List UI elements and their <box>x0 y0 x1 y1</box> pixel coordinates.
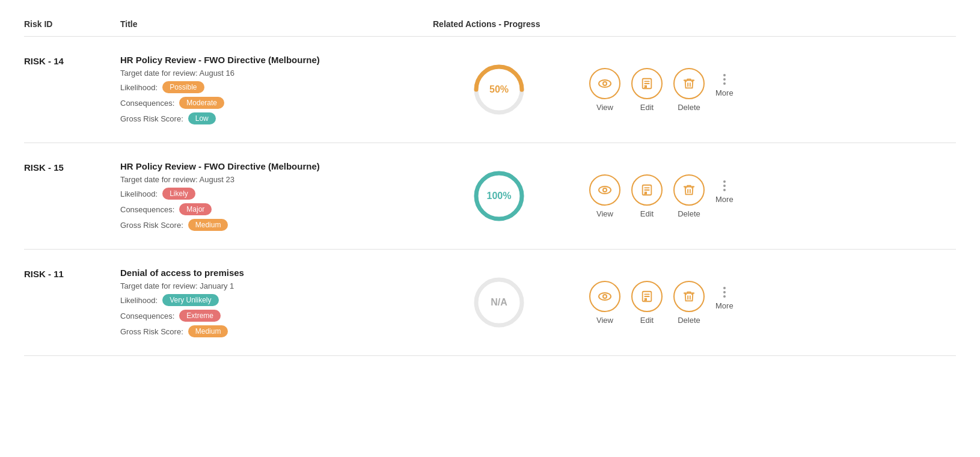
edit-label: Edit <box>640 209 654 218</box>
table-row: RISK - 11 Denial of access to premises T… <box>24 250 956 356</box>
risk-title: Denial of access to premises <box>120 268 433 278</box>
circle-progress: 100% <box>472 169 526 223</box>
gross-label: Gross Risk Score: <box>120 114 183 123</box>
svg-point-3 <box>603 82 607 85</box>
progress-text: N/A <box>491 297 507 308</box>
risk-details: HR Policy Review - FWO Directive (Melbou… <box>120 55 433 124</box>
likelihood-badge: Very Unlikely <box>162 294 218 306</box>
progress-text: 50% <box>489 84 509 95</box>
likelihood-label: Likelihood: <box>120 189 158 198</box>
risk-id: RISK - 15 <box>24 161 120 173</box>
consequences-label: Consequences: <box>120 99 174 108</box>
svg-point-11 <box>599 186 611 194</box>
progress-cell: 100% <box>433 169 565 223</box>
risk-consequences-row: Consequences: Moderate <box>120 97 433 109</box>
risk-table-container: Risk ID Title Related Actions - Progress… <box>0 0 980 457</box>
col-title: Title <box>120 19 433 29</box>
delete-button[interactable]: Delete <box>673 174 705 218</box>
svg-point-12 <box>603 188 607 192</box>
risk-likelihood-row: Likelihood: Very Unlikely <box>120 294 433 306</box>
delete-label: Delete <box>678 209 700 218</box>
gross-badge: Medium <box>188 219 228 231</box>
delete-button[interactable]: Delete <box>673 68 705 112</box>
likelihood-label: Likelihood: <box>120 296 158 305</box>
more-button[interactable]: More <box>715 174 733 218</box>
consequences-label: Consequences: <box>120 311 174 321</box>
view-button[interactable]: View <box>589 281 620 325</box>
svg-point-2 <box>599 80 611 87</box>
risk-gross-row: Gross Risk Score: Medium <box>120 219 433 231</box>
svg-point-20 <box>603 295 607 298</box>
more-label: More <box>715 88 733 97</box>
likelihood-badge: Likely <box>162 188 195 200</box>
edit-label: Edit <box>640 316 654 325</box>
delete-icon <box>682 183 696 197</box>
more-label: More <box>715 301 733 310</box>
risk-target-date: Target date for review: August 16 <box>120 69 433 78</box>
consequences-badge: Moderate <box>179 97 224 109</box>
risk-likelihood-row: Likelihood: Likely <box>120 188 433 200</box>
more-button[interactable]: More <box>715 68 733 112</box>
risk-title: HR Policy Review - FWO Directive (Melbou… <box>120 55 433 65</box>
edit-icon <box>640 290 654 303</box>
delete-icon-circle <box>673 68 705 99</box>
view-label: View <box>596 316 613 325</box>
progress-cell: N/A <box>433 275 565 330</box>
edit-label: Edit <box>640 103 654 112</box>
consequences-badge: Major <box>179 203 212 215</box>
eye-icon <box>598 183 612 197</box>
edit-button[interactable]: Edit <box>631 281 663 325</box>
delete-icon-circle <box>673 174 705 206</box>
delete-icon <box>682 77 696 90</box>
edit-icon <box>640 183 654 197</box>
more-button[interactable]: More <box>715 281 733 325</box>
edit-button[interactable]: Edit <box>631 174 663 218</box>
col-risk-id: Risk ID <box>24 19 120 29</box>
delete-button[interactable]: Delete <box>673 281 705 325</box>
edit-icon-circle <box>631 281 663 312</box>
risk-id: RISK - 14 <box>24 55 120 66</box>
edit-button[interactable]: Edit <box>631 68 663 112</box>
gross-label: Gross Risk Score: <box>120 327 183 336</box>
eye-icon <box>598 289 612 304</box>
table-row: RISK - 14 HR Policy Review - FWO Directi… <box>24 37 956 143</box>
circle-progress: 50% <box>472 63 526 117</box>
more-label: More <box>715 195 733 204</box>
eye-icon <box>598 76 612 91</box>
gross-badge: Low <box>188 112 216 124</box>
more-dots-icon <box>723 174 726 191</box>
circle-progress: N/A <box>472 275 526 330</box>
actions-cell: View Edit <box>565 68 956 112</box>
progress-text: 100% <box>487 191 512 201</box>
edit-icon-circle <box>631 174 663 206</box>
table-body: RISK - 14 HR Policy Review - FWO Directi… <box>24 37 956 356</box>
gross-badge: Medium <box>188 325 228 337</box>
view-icon-circle <box>589 281 620 312</box>
risk-gross-row: Gross Risk Score: Low <box>120 112 433 124</box>
delete-label: Delete <box>678 103 700 112</box>
table-header: Risk ID Title Related Actions - Progress <box>24 12 956 37</box>
delete-label: Delete <box>678 316 700 325</box>
risk-details: Denial of access to premises Target date… <box>120 268 433 337</box>
view-button[interactable]: View <box>589 174 620 218</box>
actions-cell: View Edit <box>565 174 956 218</box>
svg-point-19 <box>599 293 611 300</box>
likelihood-label: Likelihood: <box>120 83 158 92</box>
view-icon-circle <box>589 174 620 206</box>
delete-icon <box>682 290 696 303</box>
gross-label: Gross Risk Score: <box>120 221 183 230</box>
edit-icon <box>640 77 654 90</box>
risk-gross-row: Gross Risk Score: Medium <box>120 325 433 337</box>
risk-id: RISK - 11 <box>24 268 120 279</box>
likelihood-badge: Possible <box>162 81 204 93</box>
view-label: View <box>596 209 613 218</box>
risk-likelihood-row: Likelihood: Possible <box>120 81 433 93</box>
risk-title: HR Policy Review - FWO Directive (Melbou… <box>120 161 433 171</box>
view-icon-circle <box>589 68 620 99</box>
risk-target-date: Target date for review: August 23 <box>120 175 433 184</box>
risk-consequences-row: Consequences: Extreme <box>120 310 433 322</box>
view-label: View <box>596 103 613 112</box>
more-dots-icon <box>723 281 726 298</box>
actions-cell: View Edit <box>565 281 956 325</box>
view-button[interactable]: View <box>589 68 620 112</box>
